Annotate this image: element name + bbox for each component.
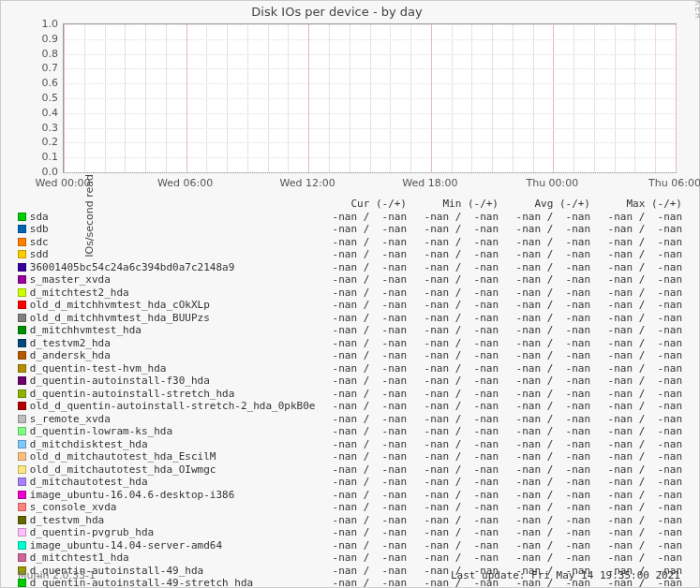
legend: Cur (-/+)Min (-/+)Avg (-/+)Max (-/+)sda … xyxy=(18,198,682,588)
legend-item: s_console_xvda -nan / -nan -nan / -nan -… xyxy=(18,501,682,514)
x-tick: Wed 00:00 xyxy=(35,177,90,189)
legend-label: d_mitchtest2_hda xyxy=(30,287,315,300)
y-tick: 0.2 xyxy=(21,136,58,148)
y-tick: 0.5 xyxy=(21,92,58,104)
legend-label: image_ubuntu-14.04-server-amd64 xyxy=(30,539,315,552)
legend-item: old_d_mitchhvmtest_hda_cOkXLp -nan / -na… xyxy=(18,299,682,312)
legend-label: d_testvm_hda xyxy=(30,514,315,527)
y-tick: 0.8 xyxy=(21,48,58,60)
legend-item: s_remote_xvda -nan / -nan -nan / -nan -n… xyxy=(18,413,682,426)
legend-item: d_quentin-test-hvm_hda -nan / -nan -nan … xyxy=(18,362,682,375)
legend-swatch xyxy=(18,516,26,524)
legend-swatch xyxy=(18,491,26,499)
legend-swatch xyxy=(18,440,26,448)
legend-swatch xyxy=(18,275,26,284)
legend-item: old_d_mitchhvmtest_hda_BUUPzs -nan / -na… xyxy=(18,312,682,325)
legend-label: d_quentin-lowram-ks_hda xyxy=(30,425,315,438)
legend-label: d_quentin-test-hvm_hda xyxy=(30,362,315,375)
x-tick: Thu 06:00 xyxy=(648,177,700,189)
legend-item: d_testvm2_hda -nan / -nan -nan / -nan -n… xyxy=(18,337,682,350)
legend-label: d_andersk_hda xyxy=(30,349,315,362)
legend-label: old_d_mitchhvmtest_hda_BUUPzs xyxy=(30,312,315,325)
legend-swatch xyxy=(18,528,26,537)
legend-label: old_d_mitchhvmtest_hda_cOkXLp xyxy=(30,299,315,312)
legend-swatch xyxy=(18,478,26,486)
legend-label: s_console_xvda xyxy=(30,501,315,514)
legend-label: image_ubuntu-16.04.6-desktop-i386 xyxy=(30,489,315,502)
legend-swatch xyxy=(18,339,26,347)
y-tick: 0.1 xyxy=(21,151,58,163)
legend-item: old_d_quentin-autoinstall-stretch-2_hda_… xyxy=(18,400,682,413)
legend-label: sda xyxy=(30,211,315,224)
legend-item: sdb -nan / -nan -nan / -nan -nan / -nan … xyxy=(18,223,682,236)
legend-label: old_d_mitchautotest_hda_EscilM xyxy=(30,450,315,463)
footer-version: Munin 2.0.33-1 xyxy=(18,569,96,581)
legend-label: d_quentin-autoinstall-f30_hda xyxy=(30,375,315,388)
legend-item: image_ubuntu-16.04.6-desktop-i386 -nan /… xyxy=(18,489,682,502)
legend-item: d_quentin-lowram-ks_hda -nan / -nan -nan… xyxy=(18,425,682,438)
legend-label: d_quentin-pvgrub_hda xyxy=(30,526,315,539)
legend-label: d_testvm2_hda xyxy=(30,337,315,350)
legend-swatch xyxy=(18,415,26,423)
legend-swatch xyxy=(18,503,26,511)
chart-title: Disk IOs per device - by day xyxy=(1,5,673,19)
legend-item: d_quentin-pvgrub_hda -nan / -nan -nan / … xyxy=(18,526,682,539)
legend-label: old_d_quentin-autoinstall-stretch-2_hda_… xyxy=(30,400,315,413)
legend-swatch xyxy=(18,326,26,334)
x-tick: Wed 06:00 xyxy=(157,177,213,189)
legend-swatch xyxy=(18,452,26,461)
legend-swatch xyxy=(18,390,26,398)
legend-item: old_d_mitchautotest_hda_OIwmgc -nan / -n… xyxy=(18,463,682,477)
plot-area xyxy=(63,23,677,173)
legend-swatch xyxy=(18,465,26,474)
legend-swatch xyxy=(18,541,26,550)
y-tick: 0.9 xyxy=(21,33,58,45)
y-tick: 0.6 xyxy=(21,77,58,89)
legend-item: old_d_mitchautotest_hda_EscilM -nan / -n… xyxy=(18,450,682,463)
legend-item: d_quentin-autoinstall-f30_hda -nan / -na… xyxy=(18,375,682,388)
legend-item: s_master_xvda -nan / -nan -nan / -nan -n… xyxy=(18,273,682,287)
legend-swatch xyxy=(18,351,26,360)
legend-swatch xyxy=(18,238,26,246)
legend-swatch xyxy=(18,250,26,258)
y-tick: 0.4 xyxy=(21,107,58,119)
legend-label: d_mitchhvmtest_hda xyxy=(30,324,315,337)
legend-label: d_mitchdisktest_hda xyxy=(30,438,315,451)
watermark: RRDTOOL / TOBI OETIKER xyxy=(693,0,700,20)
legend-item: d_mitchhvmtest_hda -nan / -nan -nan / -n… xyxy=(18,324,682,337)
y-tick: 0.7 xyxy=(21,62,58,74)
legend-swatch xyxy=(18,225,26,233)
legend-label: d_quentin-autoinstall-stretch_hda xyxy=(30,388,315,401)
legend-swatch xyxy=(18,364,26,373)
legend-item: d_andersk_hda -nan / -nan -nan / -nan -n… xyxy=(18,349,682,362)
legend-item: d_quentin-autoinstall-stretch_hda -nan /… xyxy=(18,388,682,401)
y-tick: 0.3 xyxy=(21,122,58,134)
legend-label: d_mitchtest1_hda xyxy=(30,551,315,565)
legend-swatch xyxy=(18,263,26,272)
legend-item: d_mitchtest1_hda -nan / -nan -nan / -nan… xyxy=(18,551,682,565)
legend-label: s_master_xvda xyxy=(30,273,315,287)
legend-swatch xyxy=(18,301,26,309)
x-tick: Wed 18:00 xyxy=(402,177,457,189)
footer-last-update: Last update: Fri May 14 19:35:00 2021 xyxy=(451,569,680,581)
legend-item: sdc -nan / -nan -nan / -nan -nan / -nan … xyxy=(18,236,682,249)
x-tick: Wed 12:00 xyxy=(280,177,335,189)
legend-label: old_d_mitchautotest_hda_OIwmgc xyxy=(30,463,315,477)
legend-item: d_testvm_hda -nan / -nan -nan / -nan -na… xyxy=(18,514,682,527)
legend-label: sdb xyxy=(30,223,315,236)
legend-label: sdd xyxy=(30,248,315,261)
legend-item: 36001405bc54c24a6c394bd0a7c2148a9 -nan /… xyxy=(18,261,682,274)
legend-swatch xyxy=(18,288,26,297)
x-tick: Thu 00:00 xyxy=(526,177,578,189)
legend-label: sdc xyxy=(30,236,315,249)
legend-item: d_mitchautotest_hda -nan / -nan -nan / -… xyxy=(18,476,682,489)
legend-item: sdd -nan / -nan -nan / -nan -nan / -nan … xyxy=(18,248,682,261)
legend-item: image_ubuntu-14.04-server-amd64 -nan / -… xyxy=(18,539,682,552)
chart-container: Disk IOs per device - by day IOs/second … xyxy=(0,0,700,588)
legend-item: d_mitchtest2_hda -nan / -nan -nan / -nan… xyxy=(18,287,682,300)
legend-item: d_mitchdisktest_hda -nan / -nan -nan / -… xyxy=(18,438,682,451)
legend-swatch xyxy=(18,376,26,385)
y-tick: 1.0 xyxy=(21,18,58,30)
legend-swatch xyxy=(18,553,26,562)
legend-item: sda -nan / -nan -nan / -nan -nan / -nan … xyxy=(18,211,682,224)
